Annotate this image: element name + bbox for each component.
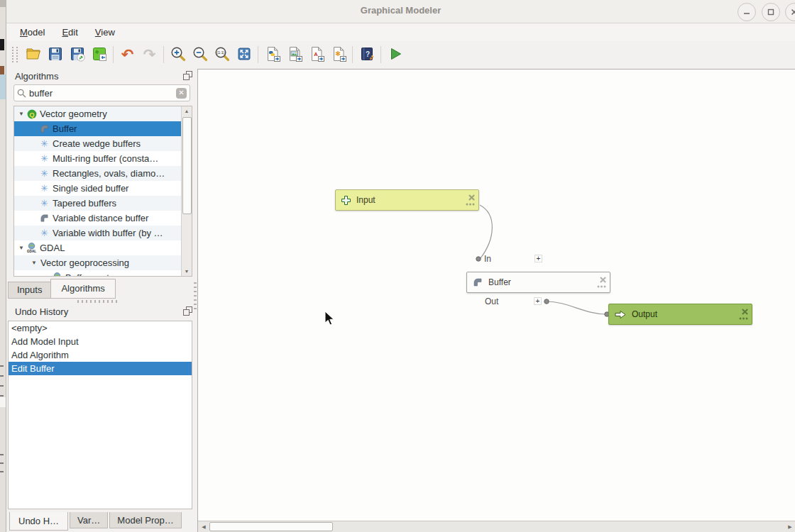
expand-arrow-icon[interactable]: ▼ — [30, 260, 38, 266]
redo-icon: ↷ — [143, 48, 156, 62]
undo-history-item[interactable]: Edit Buffer — [9, 362, 192, 375]
node-comment-dots[interactable] — [597, 279, 606, 290]
help-button[interactable]: ? — [356, 44, 378, 65]
tree-item-label: Variable width buffer (by … — [50, 228, 163, 238]
canvas-horizontal-scrollbar[interactable]: ◀ ▶ — [198, 521, 795, 532]
clear-search-button[interactable]: ✕ — [176, 88, 187, 99]
search-icon — [17, 89, 26, 98]
export-as-pdf-button[interactable]: A — [305, 44, 327, 65]
input-node-label: Input — [356, 195, 375, 205]
toolbar: ↶↷(1:1)A? — [6, 41, 795, 68]
buffer-icon — [38, 214, 50, 223]
menu-model[interactable]: Model — [13, 25, 51, 40]
undo-history-item[interactable]: Add Algorithm — [9, 348, 192, 362]
gdal-icon: GDAL — [26, 243, 38, 253]
zoom-full-button[interactable] — [233, 44, 255, 65]
mouse-cursor — [324, 311, 336, 328]
zoom-full-icon — [236, 45, 253, 65]
zoom-in-icon — [170, 45, 187, 65]
algorithms-panel-float-button[interactable] — [183, 71, 192, 80]
export-as-python-button[interactable] — [261, 44, 283, 65]
node-comment-dots[interactable] — [739, 311, 748, 322]
save-model-button[interactable] — [44, 44, 66, 65]
save-model-in-project-icon — [91, 45, 108, 65]
help-icon: ? — [358, 45, 375, 65]
zoom-in-button[interactable] — [167, 44, 189, 65]
save-model-in-project-button[interactable] — [88, 44, 110, 65]
dock-tab-bar: InputsAlgorithms — [8, 279, 115, 299]
minimize-button[interactable] — [738, 3, 756, 21]
bottom-tab-model-prop[interactable]: Model Prop… — [109, 512, 181, 528]
undo-panel-float-button[interactable] — [183, 306, 192, 316]
undo-history-item[interactable]: <empty> — [9, 321, 192, 335]
panel-splitter-handle[interactable] — [77, 300, 120, 303]
scroll-left-arrow[interactable]: ◀ — [198, 521, 209, 532]
maximize-button[interactable] — [762, 3, 780, 21]
svg-text:A: A — [314, 50, 318, 57]
in-port-expand-button[interactable]: + — [534, 255, 542, 262]
scroll-right-arrow[interactable]: ▶ — [784, 521, 795, 532]
close-button[interactable] — [785, 3, 795, 21]
tree-item-gdal[interactable]: ▼GDALGDAL — [14, 240, 192, 255]
tab-inputs[interactable]: Inputs — [8, 282, 51, 299]
algorithms-panel-title: Algorithms — [15, 71, 58, 82]
tree-item-tapered-buffers[interactable]: ✳Tapered buffers — [14, 196, 192, 211]
model-canvas[interactable]: Input In + Buffer — [197, 69, 795, 532]
tree-item-vector-geoprocessing[interactable]: ▼Vector geoprocessing — [14, 255, 192, 270]
tree-item-create-wedge-buffers[interactable]: ✳Create wedge buffers — [14, 136, 192, 151]
save-model-as-button[interactable] — [66, 44, 88, 65]
model-output-node[interactable]: Output — [608, 304, 752, 325]
bottom-tab-var[interactable]: Var… — [70, 512, 108, 528]
tree-item-buffer-vectors[interactable]: GDALBuffer vectors — [14, 270, 192, 277]
menu-edit[interactable]: Edit — [55, 25, 84, 40]
undo-history-item[interactable]: Add Model Input — [9, 335, 192, 348]
bottom-tab-undo-h[interactable]: Undo H… — [9, 512, 68, 531]
titlebar[interactable]: Graphical Modeler — [6, 0, 795, 23]
open-model-icon — [25, 45, 42, 65]
tree-item-variable-width-buffer-by[interactable]: ✳Variable width buffer (by … — [14, 226, 192, 240]
tree-item-buffer[interactable]: Buffer — [14, 121, 192, 136]
search-input[interactable] — [26, 88, 176, 99]
redo-button[interactable]: ↷ — [138, 44, 160, 65]
buffer-icon — [38, 124, 50, 133]
tree-item-variable-distance-buffer[interactable]: Variable distance buffer — [14, 211, 192, 226]
node-comment-dots[interactable] — [466, 197, 475, 208]
tree-item-single-sided-buffer[interactable]: ✳Single sided buffer — [14, 181, 192, 196]
buffer-algorithm-node[interactable]: Buffer — [466, 272, 610, 293]
export-as-image-button[interactable] — [283, 44, 305, 65]
scrollbar-thumb[interactable] — [182, 117, 192, 214]
out-port-expand-button[interactable]: + — [534, 297, 542, 305]
scroll-down-arrow[interactable]: ▼ — [182, 267, 192, 276]
zoom-actual-button[interactable]: (1:1) — [211, 44, 233, 65]
output-node-label: Output — [632, 309, 657, 319]
undo-button[interactable]: ↶ — [116, 44, 138, 65]
dock-canvas-splitter[interactable] — [194, 282, 197, 311]
zoom-out-button[interactable] — [189, 44, 211, 65]
tree-item-vector-geometry[interactable]: ▼QVector geometry — [14, 106, 192, 121]
scrollbar-thumb[interactable] — [209, 522, 333, 531]
run-model-button[interactable] — [384, 44, 406, 65]
model-input-node[interactable]: Input — [335, 189, 479, 211]
tree-scrollbar[interactable]: ▲ ▼ — [181, 106, 192, 276]
export-as-svg-button[interactable] — [327, 44, 349, 65]
toolbar-separator — [258, 46, 258, 63]
expand-arrow-icon[interactable]: ▼ — [17, 111, 26, 117]
output-arrow-icon — [615, 310, 626, 319]
tree-item-label: Variable distance buffer — [50, 213, 148, 223]
bottom-tab-bar: Undo H…Var…Model Prop… — [9, 512, 183, 531]
buffer-algorithm-icon — [473, 277, 483, 287]
window-title: Graphical Modeler — [6, 5, 795, 16]
export-as-pdf-icon: A — [308, 45, 325, 65]
expand-arrow-icon[interactable]: ▼ — [17, 245, 26, 251]
tree-item-rectangles-ovals-diamo[interactable]: ✳Rectangles, ovals, diamo… — [14, 166, 192, 181]
float-panel-icon — [183, 306, 192, 316]
tree-item-multi-ring-buffer-consta[interactable]: ✳Multi-ring buffer (consta… — [14, 151, 192, 166]
toolbar-separator — [380, 46, 381, 63]
menu-view[interactable]: View — [89, 25, 121, 40]
qgis-icon: Q — [26, 109, 38, 119]
toolbar-drag-handle[interactable] — [12, 47, 18, 62]
save-model-as-icon — [69, 45, 86, 65]
tab-algorithms[interactable]: Algorithms — [50, 279, 115, 299]
open-model-button[interactable] — [22, 44, 44, 65]
scroll-up-arrow[interactable]: ▲ — [182, 106, 192, 116]
